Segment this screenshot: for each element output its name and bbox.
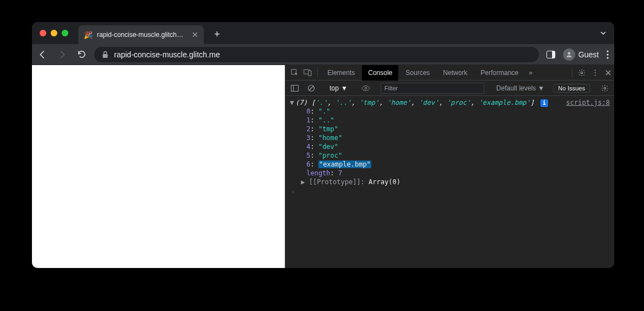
array-entry[interactable]: 3: "home" — [285, 133, 614, 142]
context-selector[interactable]: top ▼ — [326, 83, 351, 93]
array-entry[interactable]: 1: ".." — [285, 116, 614, 125]
console-prompt[interactable]: › — [285, 186, 614, 197]
window-controls — [40, 30, 68, 36]
kebab-menu-icon[interactable] — [607, 50, 609, 59]
svg-rect-14 — [291, 85, 299, 91]
context-label: top — [329, 84, 339, 92]
devtools-close-icon[interactable] — [602, 67, 614, 79]
tab-close-icon[interactable]: ✕ — [192, 30, 198, 39]
array-entry[interactable]: 0: "." — [285, 107, 614, 116]
url-text: rapid-concise-muscle.glitch.me — [114, 50, 220, 59]
nav-buttons — [37, 50, 86, 60]
tab-sources[interactable]: Sources — [399, 65, 436, 81]
devtools-settings-icon[interactable] — [576, 67, 588, 79]
console-filter-input[interactable]: Filter — [381, 83, 484, 94]
chevron-down-icon: ▼ — [341, 84, 348, 92]
more-tabs-icon[interactable]: » — [526, 69, 536, 77]
prototype-row[interactable]: ▶ [[Prototype]]: Array(0) — [285, 178, 614, 186]
lock-icon — [102, 51, 109, 58]
tab-console[interactable]: Console — [362, 65, 398, 81]
console-log-row[interactable]: ▼ (7) ['.', '..', 'tmp', 'home', 'dev', … — [285, 98, 614, 107]
array-entry[interactable]: 5: "proc" — [285, 151, 614, 160]
filter-placeholder: Filter — [385, 85, 398, 92]
array-entry[interactable]: 6: "example.bmp" — [285, 160, 614, 169]
console-settings-icon[interactable] — [599, 82, 611, 94]
new-tab-button[interactable]: + — [209, 26, 225, 42]
expand-toggle-icon[interactable]: ▼ — [290, 98, 295, 107]
array-entry[interactable]: 4: "dev" — [285, 142, 614, 151]
svg-rect-9 — [309, 71, 311, 76]
svg-point-5 — [607, 53, 608, 55]
svg-point-13 — [594, 74, 596, 76]
devtools-menu-icon[interactable] — [589, 67, 601, 79]
minimize-window-button[interactable] — [51, 30, 57, 36]
devtools-tabbar: Elements Console Sources Network Perform… — [285, 65, 614, 81]
svg-point-10 — [581, 72, 583, 74]
inspect-element-icon[interactable] — [289, 67, 301, 79]
issues-button[interactable]: No Issues — [553, 84, 590, 93]
svg-point-19 — [604, 87, 606, 89]
svg-point-6 — [607, 57, 608, 58]
profile-label: Guest — [578, 50, 599, 59]
browser-toolbar: rapid-concise-muscle.glitch.me Guest — [32, 44, 614, 65]
back-button[interactable] — [37, 50, 47, 60]
svg-line-17 — [309, 86, 313, 90]
svg-point-11 — [594, 69, 596, 71]
chevron-down-icon: ▼ — [538, 84, 544, 92]
live-expression-icon[interactable] — [360, 82, 372, 94]
array-entry[interactable]: 2: "tmp" — [285, 125, 614, 133]
clear-console-icon[interactable] — [305, 82, 317, 94]
console-toolbar: top ▼ Filter Default levels ▼ No Issues — [285, 81, 614, 96]
devtools-panel: Elements Console Sources Network Perform… — [285, 65, 614, 268]
svg-point-3 — [567, 52, 570, 55]
log-levels-dropdown[interactable]: Default levels ▼ — [496, 84, 544, 92]
forward-button[interactable] — [57, 50, 67, 60]
maximize-window-button[interactable] — [62, 30, 68, 36]
source-link[interactable]: script.js:8 — [566, 98, 610, 107]
reload-button[interactable] — [77, 50, 86, 60]
browser-tab[interactable]: 🎉 rapid-concise-muscle.glitch.me ✕ — [78, 25, 204, 44]
svg-point-18 — [365, 87, 367, 89]
tab-elements[interactable]: Elements — [321, 65, 361, 81]
tab-title: rapid-concise-muscle.glitch.me — [97, 31, 185, 39]
page-viewport[interactable] — [32, 65, 285, 268]
browser-window: 🎉 rapid-concise-muscle.glitch.me ✕ + rap… — [32, 22, 614, 268]
tab-list-dropdown-icon[interactable] — [600, 30, 607, 36]
console-output: ▼ (7) ['.', '..', 'tmp', 'home', 'dev', … — [285, 96, 614, 268]
svg-point-4 — [607, 50, 608, 52]
svg-rect-2 — [552, 51, 555, 58]
separator — [572, 68, 572, 77]
svg-rect-0 — [103, 54, 108, 58]
svg-point-12 — [594, 72, 596, 73]
info-badge-icon[interactable]: i — [540, 99, 548, 107]
tab-strip: 🎉 rapid-concise-muscle.glitch.me ✕ + — [32, 22, 614, 44]
content-area: Elements Console Sources Network Perform… — [32, 65, 614, 268]
close-window-button[interactable] — [40, 30, 46, 36]
array-length-row[interactable]: length: 7 — [285, 169, 614, 178]
separator — [317, 68, 318, 77]
expand-toggle-icon[interactable]: ▶ — [301, 178, 305, 186]
address-bar[interactable]: rapid-concise-muscle.glitch.me — [94, 47, 539, 62]
profile-button[interactable]: Guest — [563, 49, 599, 61]
console-sidebar-toggle-icon[interactable] — [289, 82, 301, 94]
tab-favicon: 🎉 — [84, 31, 93, 39]
device-toolbar-icon[interactable] — [302, 67, 314, 79]
tab-network[interactable]: Network — [437, 65, 473, 81]
side-panel-icon[interactable] — [546, 51, 555, 58]
avatar-icon — [563, 49, 575, 61]
array-summary: (7) ['.', '..', 'tmp', 'home', 'dev', 'p… — [295, 98, 548, 107]
tab-performance[interactable]: Performance — [474, 65, 524, 81]
toolbar-right: Guest — [546, 49, 609, 61]
